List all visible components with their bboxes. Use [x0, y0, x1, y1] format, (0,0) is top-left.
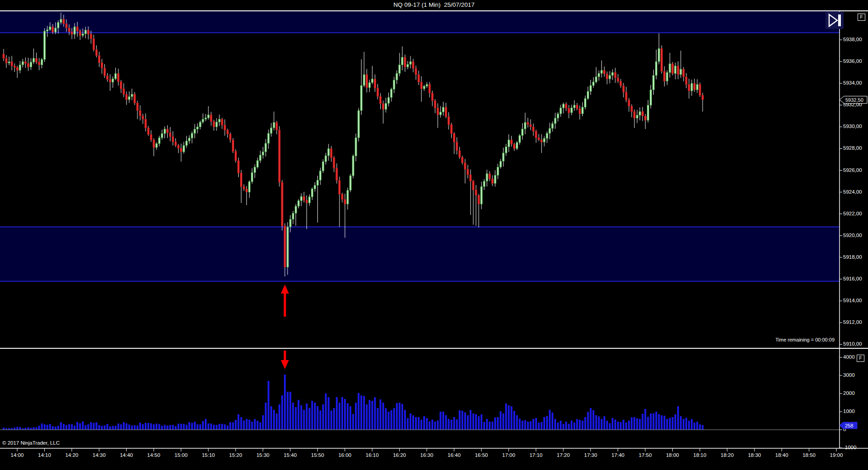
candle-down	[76, 27, 78, 31]
volume-bar	[429, 421, 430, 430]
volume-bar	[85, 425, 86, 430]
candle-up	[486, 174, 488, 181]
volume-bar	[289, 392, 291, 430]
candle-down	[462, 157, 463, 163]
volume-bar	[235, 420, 236, 430]
candle-up	[189, 138, 190, 141]
candle-down	[429, 85, 430, 93]
volume-axis-label: 2000	[843, 390, 855, 396]
time-remaining-label: Time remaining = 00:00:09	[775, 337, 835, 342]
candle-up	[481, 187, 482, 204]
candle-down	[153, 140, 155, 147]
volume-bar	[79, 423, 81, 430]
last-price-tag: 5932,50	[839, 95, 868, 104]
volume-bar	[573, 423, 575, 430]
copyright-label: © 2017 NinjaTrader, LLC	[2, 440, 60, 446]
volume-bar	[524, 420, 526, 430]
volume-bar	[95, 423, 97, 430]
volume-bar	[126, 423, 127, 430]
candle-down	[472, 181, 474, 190]
candle-up	[41, 59, 43, 65]
volume-bar	[489, 422, 491, 430]
time-axis-label: 17:00	[502, 452, 515, 458]
candle-up	[360, 85, 362, 110]
candle-up	[573, 105, 575, 108]
candle-up	[262, 152, 264, 155]
candle-down	[107, 76, 108, 79]
time-axis-label: 15:00	[175, 452, 188, 458]
volume-bar	[295, 407, 297, 430]
volume-bar	[595, 415, 597, 430]
volume-bar	[535, 418, 537, 430]
candle-down	[451, 125, 453, 134]
volume-bar	[658, 414, 660, 430]
volume-bar	[363, 396, 365, 430]
candle-down	[11, 62, 13, 66]
volume-bar	[451, 420, 453, 430]
volume-bar	[276, 413, 278, 430]
volume-bar	[82, 421, 84, 430]
candle-up	[546, 133, 548, 138]
volume-bar	[360, 395, 362, 430]
candle-up	[128, 97, 130, 100]
price-panel-badge[interactable]: F	[858, 14, 865, 21]
volume-bar	[431, 420, 433, 430]
candle-down	[27, 63, 29, 67]
candle-down	[533, 127, 534, 131]
candle-up	[314, 185, 316, 189]
volume-bar	[259, 423, 261, 430]
candle-down	[527, 123, 529, 124]
price-axis-label: 5920,00	[843, 233, 862, 238]
volume-bar	[647, 417, 649, 430]
go-to-end-icon[interactable]	[826, 12, 844, 29]
candle-down	[606, 74, 608, 79]
volume-bar	[76, 422, 78, 430]
volume-bar	[587, 412, 589, 430]
candle-up	[158, 138, 160, 143]
volume-bar	[128, 425, 130, 430]
volume-bar	[197, 424, 198, 430]
candle-down	[180, 148, 182, 152]
candle-up	[183, 146, 185, 152]
candle-down	[382, 104, 384, 109]
candle-down	[224, 125, 226, 130]
volume-bar	[565, 422, 567, 430]
volume-bar	[268, 381, 269, 430]
volume-bar	[418, 417, 420, 430]
candle-down	[118, 74, 119, 82]
candle-up	[500, 161, 501, 167]
time-axis-label: 14:20	[65, 452, 78, 458]
candle-down	[243, 187, 245, 189]
volume-bar	[38, 426, 40, 430]
highlight-band	[0, 11, 840, 33]
volume-bar	[516, 415, 518, 430]
volume-bar	[55, 427, 57, 430]
volume-bar	[49, 424, 51, 430]
volume-bar	[71, 424, 73, 430]
candle-up	[658, 48, 660, 62]
candle-up	[647, 105, 649, 120]
candle-down	[210, 115, 212, 122]
candle-up	[295, 206, 297, 213]
time-axis-label: 18:10	[693, 452, 707, 458]
volume-panel-badge[interactable]: F	[857, 355, 864, 362]
volume-bar	[287, 392, 288, 430]
volume-bar	[514, 411, 515, 430]
volume-bar	[445, 415, 447, 430]
candle-down	[139, 110, 141, 116]
candle-down	[38, 62, 40, 65]
volume-bar	[685, 418, 687, 430]
volume-bar	[292, 403, 294, 430]
volume-bar	[614, 419, 616, 430]
chart-canvas[interactable]	[0, 0, 868, 470]
volume-bar	[87, 424, 89, 430]
candle-down	[341, 195, 343, 200]
volume-bar	[229, 422, 231, 430]
volume-bar	[14, 427, 15, 430]
volume-bar	[358, 393, 359, 430]
volume-bar	[19, 427, 21, 430]
candle-down	[688, 85, 690, 91]
price-axis-label: 5924,00	[843, 189, 862, 195]
candle-up	[612, 72, 613, 76]
candle-down	[104, 68, 106, 76]
